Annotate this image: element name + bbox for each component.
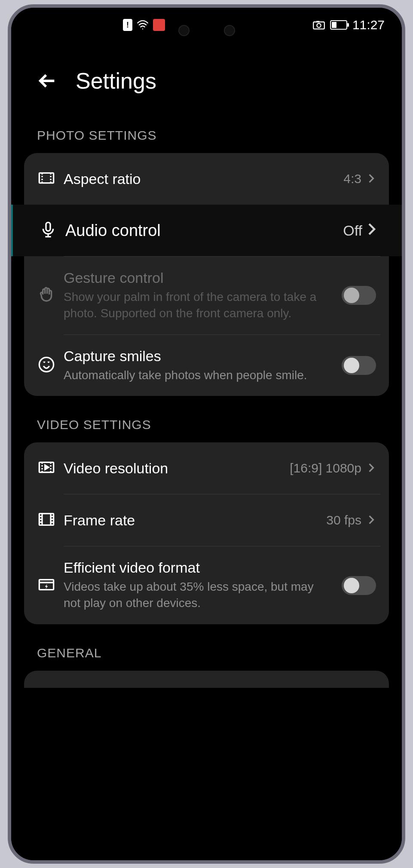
video-resolution-label: Video resolution (64, 460, 281, 477)
frame-rate-label: Frame rate (64, 512, 318, 529)
svg-rect-3 (39, 173, 53, 183)
gesture-control-label: Gesture control (64, 270, 333, 286)
gesture-control-row: Gesture control Show your palm in front … (24, 257, 389, 334)
svg-point-1 (317, 24, 321, 28)
capture-smiles-desc: Automatically take photos when people sm… (64, 367, 333, 383)
audio-control-row[interactable]: Audio control Off (11, 205, 402, 256)
microphone-icon (40, 221, 57, 240)
svg-rect-2 (316, 21, 319, 23)
svg-rect-20 (39, 580, 53, 589)
aspect-ratio-row[interactable]: Aspect ratio 4:3 (24, 153, 389, 205)
capture-smiles-label: Capture smiles (64, 348, 333, 365)
camera-icon (313, 19, 325, 31)
page-title: Settings (76, 68, 156, 94)
chevron-right-icon (367, 513, 376, 528)
section-header-photo: PHOTO SETTINGS (11, 107, 402, 153)
efficient-video-toggle[interactable] (342, 576, 376, 595)
aspect-ratio-label: Aspect ratio (64, 171, 335, 187)
section-header-general: GENERAL (11, 624, 402, 671)
chevron-right-icon (367, 172, 376, 186)
audio-control-label: Audio control (65, 221, 334, 240)
frame-rate-row[interactable]: Frame rate 30 fps (24, 494, 389, 546)
smile-icon (38, 356, 55, 375)
app-badge-icon (153, 19, 165, 31)
general-settings-card (24, 671, 389, 688)
notch (178, 25, 235, 36)
efficient-video-desc: Videos take up about 35% less space, but… (64, 579, 333, 611)
battery-icon (330, 20, 347, 30)
gesture-control-desc: Show your palm in front of the camera to… (64, 289, 333, 322)
video-resolution-icon (38, 459, 55, 478)
aspect-ratio-value: 4:3 (343, 172, 361, 186)
chevron-right-icon (367, 461, 376, 475)
screen: ! 11:27 Settings PHOTO SETTINGS (11, 8, 402, 860)
aspect-ratio-icon (38, 169, 55, 188)
gesture-control-toggle (342, 286, 376, 305)
back-button[interactable] (37, 70, 58, 92)
video-settings-card: Video resolution [16:9] 1080p Frame rate… (24, 442, 389, 624)
video-resolution-row[interactable]: Video resolution [16:9] 1080p (24, 442, 389, 494)
sim-alert-icon: ! (123, 19, 132, 31)
audio-control-value: Off (343, 222, 362, 239)
hand-icon (38, 286, 55, 305)
svg-rect-6 (46, 222, 50, 231)
efficient-video-row[interactable]: Efficient video format Videos take up ab… (24, 546, 389, 624)
frame-rate-value: 30 fps (326, 513, 361, 528)
film-icon (38, 511, 55, 530)
efficient-video-label: Efficient video format (64, 559, 333, 576)
wifi-icon (137, 19, 149, 31)
efficient-video-icon (38, 576, 55, 595)
capture-smiles-toggle[interactable] (342, 356, 376, 375)
header: Settings (11, 42, 402, 107)
chevron-right-icon (367, 222, 376, 239)
phone-frame: ! 11:27 Settings PHOTO SETTINGS (8, 4, 405, 864)
video-resolution-value: [16:9] 1080p (290, 461, 361, 475)
section-header-video: VIDEO SETTINGS (11, 396, 402, 442)
capture-smiles-row[interactable]: Capture smiles Automatically take photos… (24, 335, 389, 396)
status-time: 11:27 (352, 18, 385, 32)
photo-settings-card: Aspect ratio 4:3 Audio control Off (24, 153, 389, 396)
svg-point-7 (39, 357, 53, 371)
